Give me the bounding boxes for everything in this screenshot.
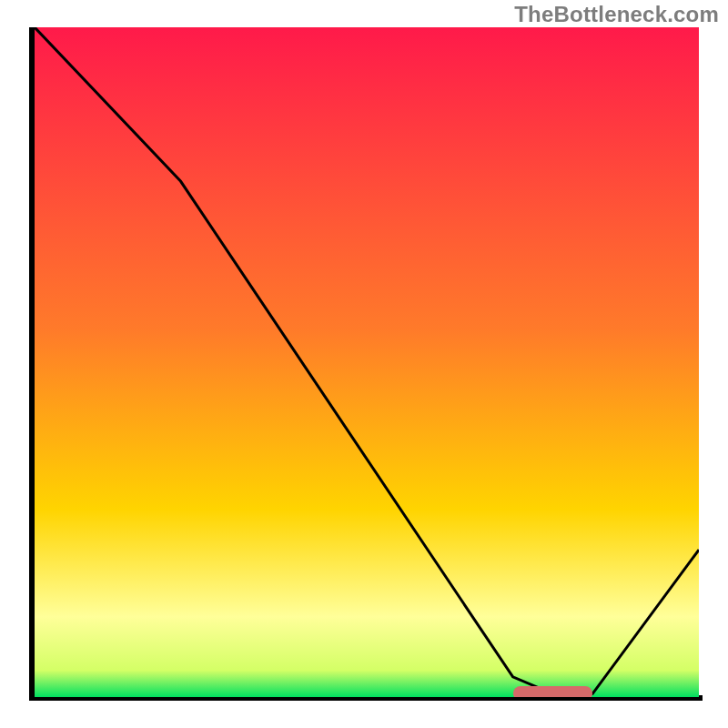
optimal-range-marker [513,686,593,697]
chart-frame: TheBottleneck.com [0,0,728,728]
plot-area [35,27,699,697]
plot-svg [35,27,699,697]
gradient-background [35,27,699,697]
watermark-text: TheBottleneck.com [514,2,719,27]
